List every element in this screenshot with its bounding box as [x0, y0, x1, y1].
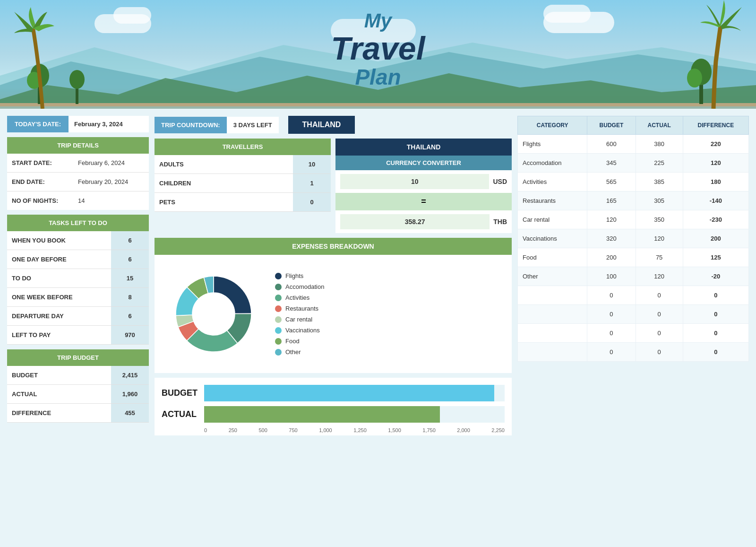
currency-amount[interactable]: 10 — [340, 174, 489, 189]
tasks-section: TASKS LEFT TO DO WHEN YOU BOOK 6 ONE DAY… — [7, 215, 149, 345]
pets-label: PETS — [155, 193, 293, 211]
end-date-label: END DATE: — [7, 173, 73, 191]
legend-label: Accomodation — [285, 283, 324, 290]
budget-bar-row: BUDGET — [162, 385, 505, 401]
task-label: WHEN YOU BOOK — [7, 231, 111, 250]
end-date-value: February 20, 2024 — [73, 173, 133, 191]
actual-cell: 305 — [636, 191, 683, 210]
diff-cell: 0 — [683, 286, 748, 305]
legend-label: Food — [285, 338, 300, 345]
table-body: Flights 600 380 220 Accomodation 345 225… — [518, 135, 749, 362]
task-value: 6 — [111, 250, 149, 269]
table-row: 0 0 0 — [518, 343, 749, 362]
diff-cell: -20 — [683, 267, 748, 286]
category-cell — [518, 324, 587, 343]
task-label: ONE WEEK BEFORE — [7, 288, 111, 306]
legend-item: Food — [275, 338, 324, 345]
today-date-value: February 3, 2024 — [69, 116, 149, 132]
category-cell: Activities — [518, 173, 587, 191]
expenses-body: Flights Accomodation Activities Restaura… — [155, 255, 512, 373]
currency-result-row: 358.27 THB — [335, 210, 512, 233]
right-column: CATEGORYBUDGETACTUALDIFFERENCE Flights 6… — [517, 116, 749, 435]
title-travel: Travel — [331, 32, 425, 64]
axis-label: 1,000 — [319, 427, 332, 433]
budget-cell: 200 — [587, 248, 636, 267]
page-header: My Travel Plan — [0, 0, 756, 109]
svg-rect-4 — [0, 106, 756, 109]
currency-converter-header: CURRENCY CONVERTER — [335, 156, 512, 170]
actual-bar-container — [204, 406, 505, 423]
category-cell: Food — [518, 248, 587, 267]
category-cell: Restaurants — [518, 191, 587, 210]
legend-dot — [275, 349, 282, 356]
actual-cell: 0 — [636, 343, 683, 362]
budget-cell: 120 — [587, 210, 636, 229]
table-row: Restaurants 165 305 -140 — [518, 191, 749, 210]
countdown-section: TRIP COUNTDOWN: 3 DAYS LEFT — [155, 116, 279, 134]
currency-from-code: USD — [493, 178, 507, 185]
actual-bar-label: ACTUAL — [162, 409, 199, 419]
diff-cell: -140 — [683, 191, 748, 210]
currency-section: THAILAND CURRENCY CONVERTER 10 USD = 358… — [335, 139, 512, 233]
travellers-header: TRAVELLERS — [155, 139, 331, 155]
donut-chart — [162, 262, 266, 366]
main-content: TODAY'S DATE: February 3, 2024 TRIP DETA… — [0, 109, 756, 443]
category-cell: Car rental — [518, 210, 587, 229]
legend-dot — [275, 295, 282, 301]
task-row: LEFT TO PAY 970 — [7, 326, 149, 345]
pets-value: 0 — [293, 193, 331, 211]
budget-cell: 600 — [587, 135, 636, 154]
actual-cell: 120 — [636, 229, 683, 248]
table-row: 0 0 0 — [518, 286, 749, 305]
budget-cell: 0 — [587, 343, 636, 362]
trip-budget-row: BUDGET 2,415 — [7, 366, 149, 385]
budget-bar-container — [204, 385, 505, 401]
budget-row-value: 1,960 — [111, 385, 149, 403]
task-value: 6 — [111, 307, 149, 325]
actual-cell: 385 — [636, 173, 683, 191]
bar-axis: 02505007501,0001,2501,5001,7502,0002,250 — [162, 427, 505, 433]
axis-label: 0 — [204, 427, 207, 433]
diff-cell: 120 — [683, 154, 748, 173]
title-my: My — [364, 9, 392, 32]
budget-row-value: 455 — [111, 404, 149, 422]
actual-cell: 350 — [636, 210, 683, 229]
category-cell — [518, 305, 587, 324]
trip-budget-header: TRIP BUDGET — [7, 349, 149, 366]
legend-label: Flights — [285, 272, 303, 279]
axis-label: 2,000 — [457, 427, 470, 433]
pets-row: PETS 0 — [155, 193, 331, 212]
budget-row-value: 2,415 — [111, 366, 149, 384]
budget-row-label: ACTUAL — [7, 385, 111, 403]
axis-label: 250 — [229, 427, 237, 433]
actual-cell: 225 — [636, 154, 683, 173]
countdown-label: TRIP COUNTDOWN: — [155, 117, 227, 133]
currency-dest-label: THAILAND — [335, 139, 512, 156]
diff-cell: 0 — [683, 324, 748, 343]
children-row: CHILDREN 1 — [155, 174, 331, 193]
today-date-label: TODAY'S DATE: — [7, 116, 69, 132]
adults-row: ADULTS 10 — [155, 155, 331, 174]
trip-details-header: TRIP DETAILS — [7, 137, 149, 154]
legend-label: Other — [285, 348, 301, 356]
budget-cell: 0 — [587, 305, 636, 324]
diff-cell: 180 — [683, 173, 748, 191]
budget-rows: BUDGET 2,415 ACTUAL 1,960 DIFFERENCE 455 — [7, 366, 149, 423]
category-cell: Vaccinations — [518, 229, 587, 248]
table-row: Other 100 120 -20 — [518, 267, 749, 286]
destination-box: THAILAND — [288, 116, 355, 134]
budget-cell: 345 — [587, 154, 636, 173]
axis-label: 750 — [289, 427, 297, 433]
legend-dot — [275, 305, 282, 312]
donut-svg — [162, 262, 266, 366]
palm-left-icon — [14, 5, 76, 109]
axis-label: 1,500 — [388, 427, 401, 433]
table-row: Flights 600 380 220 — [518, 135, 749, 154]
title-plan: Plan — [355, 65, 401, 89]
table-header-cell: DIFFERENCE — [683, 116, 748, 135]
legend-dot — [275, 316, 282, 323]
legend: Flights Accomodation Activities Restaura… — [275, 272, 324, 356]
expenses-section: EXPENSES BREAKDOWN Flights Accomodation … — [155, 238, 512, 373]
currency-to-code: THB — [493, 218, 507, 226]
task-value: 15 — [111, 269, 149, 287]
